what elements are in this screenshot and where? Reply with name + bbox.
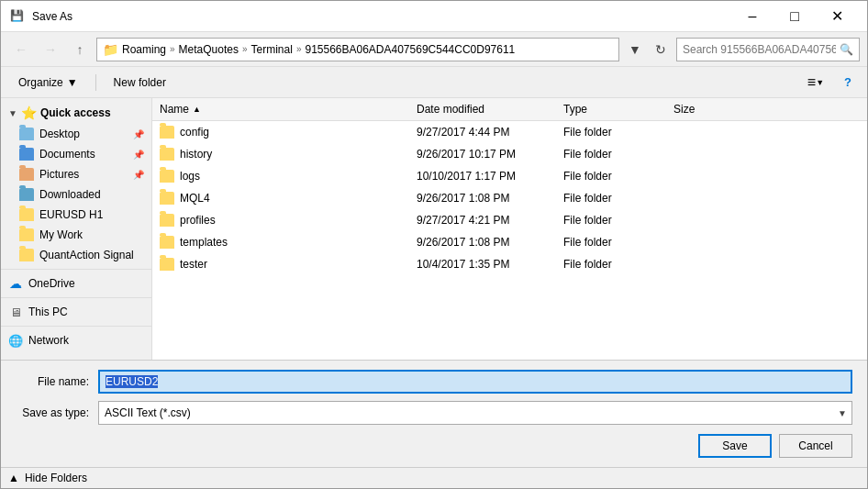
breadcrumb-hash[interactable]: 915566BA06ADA407569C544CC0D97611 [305, 43, 515, 56]
sidebar-item-network[interactable]: 🌐 Network [1, 330, 151, 350]
search-input[interactable] [683, 43, 836, 56]
buttons-row: Save Cancel [16, 432, 852, 458]
file-cell-name: config [152, 123, 409, 141]
dropdown-button[interactable]: ▼ [623, 38, 647, 61]
sidebar-downloaded-label: Downloaded [39, 188, 101, 201]
column-header-type[interactable]: Type [556, 100, 666, 118]
view-dropdown-icon: ▼ [816, 78, 824, 87]
sidebar-item-desktop[interactable]: Desktop 📌 [1, 124, 151, 144]
sidebar-item-pictures[interactable]: Pictures 📌 [1, 164, 151, 184]
table-row[interactable]: templates 9/26/2017 1:08 PM File folder [152, 231, 867, 253]
downloaded-folder-icon [19, 187, 34, 202]
help-button[interactable]: ? [836, 71, 860, 94]
breadcrumb-roaming[interactable]: Roaming [122, 43, 166, 56]
title-bar: 💾 Save As – □ ✕ [1, 1, 867, 32]
file-rows-container: config 9/27/2017 4:44 PM File folder his… [152, 121, 867, 275]
sidebar-item-onedrive[interactable]: ☁ OneDrive [1, 273, 151, 294]
sidebar-onedrive-label: OneDrive [28, 277, 75, 290]
window-title: Save As [32, 10, 72, 23]
sidebar-quickaccess-header[interactable]: ▼ ⭐ Quick access [1, 102, 151, 124]
breadcrumb-bar: 📁 Roaming » MetaQuotes » Terminal » 9155… [96, 38, 619, 61]
sidebar-divider-3 [1, 326, 151, 327]
organize-button[interactable]: Organize ▼ [8, 72, 88, 93]
column-type-label: Type [563, 103, 587, 116]
folder-icon [160, 192, 174, 205]
organize-arrow-icon: ▼ [67, 76, 78, 89]
eurusdh1-folder-icon [19, 207, 34, 222]
folder-icon [160, 214, 174, 227]
window-icon: 💾 [10, 9, 25, 24]
breadcrumb-terminal[interactable]: Terminal [251, 43, 293, 56]
savetype-select[interactable]: ASCII Text (*.csv) CSV (*.csv) All Files… [98, 401, 852, 425]
folder-icon [160, 148, 174, 161]
thispc-icon: 🖥 [8, 305, 23, 319]
action-bar: Organize ▼ New folder ≡ ▼ ? [1, 67, 867, 98]
view-icon: ≡ [807, 74, 816, 91]
sidebar: ▼ ⭐ Quick access Desktop 📌 Documents 📌 [1, 98, 152, 360]
file-cell-size [666, 195, 758, 201]
file-cell-type: File folder [556, 211, 666, 229]
cancel-button[interactable]: Cancel [779, 434, 852, 458]
sidebar-mywork-label: My Work [39, 228, 83, 241]
onedrive-icon: ☁ [8, 276, 23, 291]
help-icon: ? [844, 75, 851, 89]
sidebar-item-quantaction[interactable]: QuantAction Signal [1, 245, 151, 265]
column-size-label: Size [673, 103, 695, 116]
column-header-date[interactable]: Date modified [409, 100, 556, 118]
table-row[interactable]: logs 10/10/2017 1:17 PM File folder [152, 165, 867, 187]
action-separator [95, 74, 96, 91]
column-header-name[interactable]: Name ▲ [152, 100, 409, 118]
table-row[interactable]: config 9/27/2017 4:44 PM File folder [152, 121, 867, 143]
organize-label: Organize [18, 76, 63, 89]
new-folder-label: New folder [114, 76, 166, 89]
folder-icon [160, 170, 174, 183]
sidebar-item-documents[interactable]: Documents 📌 [1, 144, 151, 164]
filename-row: File name: [16, 370, 852, 394]
view-button[interactable]: ≡ ▼ [803, 71, 829, 94]
filename-input[interactable] [98, 370, 852, 394]
maximize-button[interactable]: □ [773, 4, 816, 29]
file-cell-date: 9/26/2017 1:08 PM [409, 189, 556, 207]
save-button[interactable]: Save [698, 434, 772, 458]
hide-folders-bar[interactable]: ▲ Hide Folders [1, 467, 867, 488]
savetype-wrapper: ASCII Text (*.csv) CSV (*.csv) All Files… [98, 401, 852, 425]
pictures-folder-icon [19, 167, 34, 182]
file-cell-date: 9/26/2017 1:08 PM [409, 233, 556, 251]
table-row[interactable]: MQL4 9/26/2017 1:08 PM File folder [152, 187, 867, 209]
file-cell-type: File folder [556, 167, 666, 185]
quickaccess-star-icon: ⭐ [21, 106, 37, 120]
close-button[interactable]: ✕ [816, 4, 858, 29]
file-cell-date: 9/27/2017 4:21 PM [409, 211, 556, 229]
minimize-button[interactable]: – [731, 4, 773, 29]
quickaccess-collapse-icon: ▼ [8, 108, 17, 118]
mywork-folder-icon [19, 228, 34, 242]
main-content: ▼ ⭐ Quick access Desktop 📌 Documents 📌 [1, 98, 867, 360]
file-cell-type: File folder [556, 123, 666, 141]
breadcrumb-folder-icon: 📁 [103, 42, 118, 57]
breadcrumb-metaquotes[interactable]: MetaQuotes [179, 43, 239, 56]
sidebar-item-mywork[interactable]: My Work [1, 225, 151, 245]
table-row[interactable]: history 9/26/2017 10:17 PM File folder [152, 143, 867, 165]
file-cell-size [666, 261, 758, 267]
sidebar-network-label: Network [28, 334, 69, 347]
column-header-size[interactable]: Size [666, 100, 758, 118]
table-row[interactable]: profiles 9/27/2017 4:21 PM File folder [152, 209, 867, 231]
file-cell-name: templates [152, 233, 409, 251]
back-button[interactable]: ← [8, 38, 34, 61]
file-cell-name: MQL4 [152, 189, 409, 207]
file-cell-date: 10/10/2017 1:17 PM [409, 167, 556, 185]
file-cell-size [666, 217, 758, 223]
sidebar-item-eurusdh1[interactable]: EURUSD H1 [1, 205, 151, 225]
file-cell-size [666, 239, 758, 245]
file-cell-date: 9/27/2017 4:44 PM [409, 123, 556, 141]
file-cell-date: 9/26/2017 10:17 PM [409, 145, 556, 163]
sidebar-item-downloaded[interactable]: Downloaded [1, 184, 151, 205]
new-folder-button[interactable]: New folder [104, 72, 176, 93]
up-button[interactable]: ↑ [67, 38, 93, 61]
navigation-toolbar: ← → ↑ 📁 Roaming » MetaQuotes » Terminal … [1, 32, 867, 67]
sidebar-item-thispc[interactable]: 🖥 This PC [1, 302, 151, 322]
refresh-button[interactable]: ↻ [649, 38, 673, 61]
table-row[interactable]: tester 10/4/2017 1:35 PM File folder [152, 253, 867, 275]
forward-button[interactable]: → [38, 38, 63, 61]
file-cell-type: File folder [556, 233, 666, 251]
